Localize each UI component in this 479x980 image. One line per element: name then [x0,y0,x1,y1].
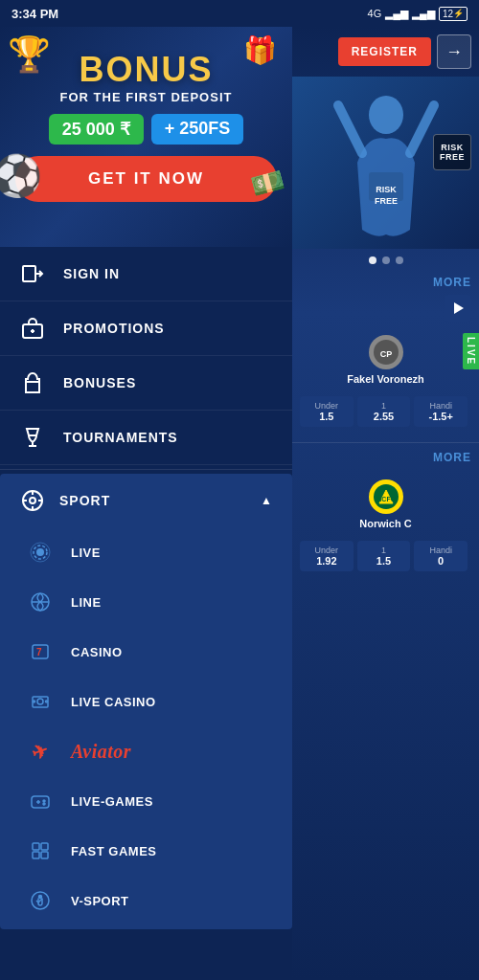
trophy-icon: 🏆 [8,34,51,75]
sign-in-icon [19,260,46,287]
v-sport-label: V-SPORT [71,894,129,908]
right-header: REGISTER → [292,27,479,77]
promotions-label: PROMOTIONS [63,321,165,336]
live-games-icon [27,788,54,814]
more-button-1[interactable]: MORE [292,272,479,293]
svg-point-8 [30,498,35,503]
odd-1-1[interactable]: 1 2.55 [357,396,411,427]
sidebar-item-live-casino[interactable]: LIVE CASINO [0,677,292,726]
svg-point-20 [43,803,45,805]
svg-point-26 [39,896,42,899]
status-time: 3:34 PM [11,7,58,21]
svg-rect-24 [41,852,48,858]
sidebar-item-fast-games[interactable]: FAST GAMES [0,826,292,876]
match1-container: LIVE CP Fakel Voronezh Under 1.5 [292,323,479,438]
more-button-2[interactable]: MORE [292,447,479,468]
odd-handi-1[interactable]: Handi -1.5+ [414,396,468,427]
line-label: LINE [71,595,102,610]
norwich-logo: NCFC [369,479,403,514]
odd-1-2[interactable]: 1 1.5 [357,541,411,571]
norwich-name: Norwich C [359,518,411,529]
sport-header[interactable]: SPORT ▲ [0,474,292,527]
odd-under-2[interactable]: Under 1.92 [300,541,354,571]
svg-rect-21 [33,843,39,850]
banner-amounts: 25 000 ₹ + 250FS [15,114,277,145]
risk-free-text: RISK FREE [440,143,465,162]
sidebar-item-live-games[interactable]: LIVE-GAMES [0,776,292,826]
sidebar-item-aviator[interactable]: ✈ Aviator [0,726,292,776]
banner: 🏆 🎁 BONUS FOR THE FIRST DEPOSIT 25 000 ₹… [0,27,292,247]
nav-item-tournaments[interactable]: TOURNAMENTS [0,411,292,465]
nav-menu: SIGN IN PROMOTIONS [0,247,292,929]
svg-rect-0 [23,266,35,281]
svg-text:FREE: FREE [374,196,397,206]
stream-icon[interactable] [445,295,471,322]
svg-marker-31 [454,302,464,314]
register-button[interactable]: REGISTER [338,37,431,66]
svg-text:7: 7 [36,647,42,657]
match-divider [292,442,479,443]
sidebar: 🏆 🎁 BONUS FOR THE FIRST DEPOSIT 25 000 ₹… [0,27,292,980]
fast-games-icon [27,837,54,864]
battery-lightning: ⚡ [453,9,464,18]
fakel-logo: CP [369,335,403,369]
live-games-label: LIVE-GAMES [71,794,153,809]
match1: CP Fakel Voronezh Under 1.5 1 2.55 [292,323,479,438]
live-label: LIVE [71,546,101,560]
svg-point-17 [46,701,48,702]
bonuses-label: BONUSES [63,375,136,390]
sidebar-item-live[interactable]: LIVE [0,527,292,577]
svg-point-9 [36,548,44,556]
sport-section: SPORT ▲ LIVE [0,474,292,929]
svg-rect-22 [41,843,48,850]
stream-icon-row [292,293,479,323]
pagination-dots [292,249,479,272]
live-casino-label: LIVE CASINO [71,695,156,709]
dot-1 [369,256,376,264]
gift-icon: 🎁 [243,34,277,66]
fast-games-label: FAST GAMES [71,844,157,858]
app-container: 🏆 🎁 BONUS FOR THE FIRST DEPOSIT 25 000 ₹… [0,27,479,980]
svg-point-27 [369,96,403,134]
sport-sub-items: LIVE LINE [0,527,292,929]
battery-indicator: 12 ⚡ [439,7,468,21]
svg-text:NCFC: NCFC [376,496,395,502]
svg-point-16 [34,701,35,702]
status-bar: 3:34 PM 4G ▂▄▆ ▂▄▆ 12 ⚡ [0,0,479,27]
hero-area: RISK FREE RISK FREE [292,77,479,249]
risk-free-badge: RISK FREE [433,134,471,170]
odd-handi-2[interactable]: Handi 0 [414,541,468,571]
casino-label: CASINO [71,645,123,659]
login-button[interactable]: → [437,34,471,69]
get-it-now-button[interactable]: GET IT NOW [15,156,277,202]
sidebar-item-casino[interactable]: 7 CASINO [0,627,292,677]
odd-under-1[interactable]: Under 1.5 [300,396,354,427]
divider-line [0,469,292,470]
amount-fs: + 250FS [151,114,244,145]
svg-rect-23 [33,852,39,858]
nav-item-promotions[interactable]: PROMOTIONS [0,301,292,356]
sign-in-label: SIGN IN [63,266,120,281]
sidebar-item-line[interactable]: LINE [0,577,292,627]
network-icon: 4G [368,8,382,19]
signal-bars: ▂▄▆ [385,8,408,20]
sport-label: SPORT [59,493,110,508]
hero-person-svg: RISK FREE [329,86,444,239]
nav-item-bonuses[interactable]: BONUSES [0,356,292,411]
banner-title: BONUS [15,50,277,90]
tournaments-label: TOURNAMENTS [63,430,178,445]
svg-point-15 [37,699,43,704]
bonuses-icon [19,369,46,396]
soccer-ball-icon: ⚽ [0,152,42,199]
aviator-plane-icon: ✈ [27,738,54,765]
svg-text:CP: CP [379,349,392,359]
login-arrow-icon: → [445,42,463,62]
sport-chevron-up-icon: ▲ [261,494,273,507]
dot-2 [382,256,390,264]
live-casino-icon [27,688,54,715]
match2: NCFC Norwich C Under 1.92 1 1.5 Handi 0 [292,468,479,583]
nav-item-sign-in[interactable]: SIGN IN [0,247,292,301]
sidebar-item-v-sport[interactable]: V-SPORT [0,876,292,925]
team-norwich: NCFC Norwich C [300,472,471,537]
match2-odds: Under 1.92 1 1.5 Handi 0 [300,537,471,579]
